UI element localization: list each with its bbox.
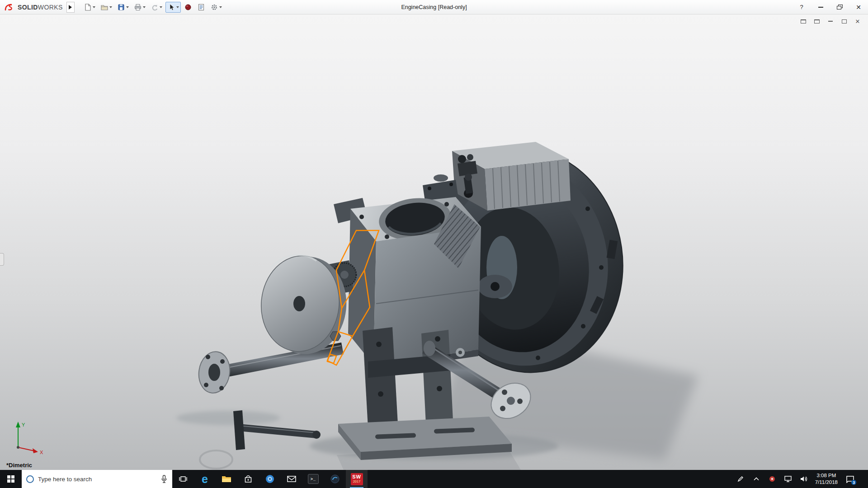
taskbar-search[interactable] xyxy=(22,470,172,488)
taskbar-app-command-prompt[interactable]: >_ xyxy=(302,470,324,488)
window-title: EngineCasing [Read-only] xyxy=(401,4,467,10)
pen-icon xyxy=(737,475,744,483)
options-gear-icon xyxy=(210,3,218,11)
tray-security-button[interactable] xyxy=(768,473,777,485)
dropdown-caret-icon[interactable] xyxy=(109,6,112,8)
tray-volume-button[interactable] xyxy=(799,473,808,485)
task-view-icon xyxy=(179,474,188,483)
left-support-rod xyxy=(196,343,344,395)
notification-badge: 3 xyxy=(851,480,856,485)
network-icon xyxy=(784,475,792,483)
solidworks-2017-icon: SW 2017 xyxy=(351,473,363,485)
file-explorer-icon xyxy=(221,474,232,483)
dark-app-icon xyxy=(330,474,340,484)
windows-taskbar: e xyxy=(0,470,868,488)
select-cursor-icon xyxy=(167,3,175,11)
microphone-icon[interactable] xyxy=(160,474,168,483)
dropdown-caret-icon[interactable] xyxy=(219,6,222,8)
x-axis-label: X xyxy=(40,450,43,455)
dropdown-caret-icon[interactable] xyxy=(143,6,146,8)
toolbar-expand-button[interactable] xyxy=(66,2,75,13)
blue-circle-app-icon xyxy=(265,474,275,484)
taskbar-app-file-explorer[interactable] xyxy=(216,470,237,488)
system-tray: 3:08 PM 7/11/2018 3 xyxy=(732,470,868,488)
taskbar-app-solidworks[interactable]: SW 2017 xyxy=(346,470,368,488)
doc-maximize-button[interactable] xyxy=(840,18,848,25)
file-properties-icon xyxy=(197,3,205,11)
print-button[interactable] xyxy=(132,2,147,13)
graphics-area[interactable]: ✕ xyxy=(0,14,868,470)
save-floppy-icon xyxy=(117,3,125,11)
window-controls: ? ✕ xyxy=(792,0,868,14)
view-orientation-label: *Dimetric xyxy=(6,462,32,469)
close-button[interactable]: ✕ xyxy=(849,0,868,14)
restore-button[interactable] xyxy=(830,0,849,14)
y-axis-arrow-icon xyxy=(16,422,20,427)
feature-manager-collapsed-tab[interactable] xyxy=(0,253,4,266)
select-button[interactable] xyxy=(165,2,181,13)
tray-network-button[interactable] xyxy=(783,473,793,485)
doc-minimize-button[interactable] xyxy=(826,18,835,25)
cortana-icon xyxy=(26,475,34,483)
expand-arrow-icon xyxy=(69,5,72,9)
options-button[interactable] xyxy=(208,2,224,13)
dropdown-caret-icon[interactable] xyxy=(176,6,179,8)
doc-window-icon xyxy=(801,19,806,23)
y-axis-label: Y xyxy=(22,422,25,427)
save-button[interactable] xyxy=(115,2,131,13)
file-properties-button[interactable] xyxy=(195,2,207,13)
tray-overflow-button[interactable] xyxy=(752,473,761,485)
standard-toolbar xyxy=(82,2,224,13)
open-button[interactable] xyxy=(99,2,114,13)
engine-casing-model-canvas[interactable] xyxy=(0,14,868,470)
clock-date: 7/11/2018 xyxy=(815,479,838,485)
render-sphere-icon xyxy=(184,3,192,11)
taskbar-app-edge[interactable]: e xyxy=(194,470,216,488)
restore-icon xyxy=(837,6,841,9)
store-bag-icon xyxy=(244,474,253,483)
brand-text: SOLIDWORKS xyxy=(18,4,63,11)
open-folder-icon xyxy=(100,3,108,11)
taskbar-app-dark[interactable] xyxy=(324,470,346,488)
minimize-icon xyxy=(818,7,823,8)
taskbar-app-circle[interactable] xyxy=(259,470,281,488)
windows-logo-icon xyxy=(7,475,15,483)
solidworks-ds-icon xyxy=(5,3,15,11)
x-axis-arrow-icon xyxy=(33,448,38,453)
windows-ink-button[interactable] xyxy=(736,473,745,485)
dropdown-caret-icon[interactable] xyxy=(126,6,129,8)
undo-button[interactable] xyxy=(149,2,164,13)
doc-maximize-icon xyxy=(842,19,847,23)
undo-icon xyxy=(151,3,159,11)
print-icon xyxy=(134,3,142,11)
solidworks-logo: SOLIDWORKS xyxy=(0,3,66,11)
taskbar-app-mail[interactable] xyxy=(281,470,302,488)
new-document-icon xyxy=(84,3,92,11)
doc-window-left-button[interactable] xyxy=(799,18,807,25)
minimize-button[interactable] xyxy=(811,0,830,14)
solidworks-window: SOLIDWORKS xyxy=(0,0,868,488)
start-button[interactable] xyxy=(0,470,22,488)
help-button[interactable]: ? xyxy=(792,0,811,14)
task-view-button[interactable] xyxy=(172,470,194,488)
clock-time: 3:08 PM xyxy=(816,473,836,478)
doc-minimize-icon xyxy=(828,21,833,22)
search-input[interactable] xyxy=(38,476,156,483)
doc-window-right-button[interactable] xyxy=(813,18,821,25)
document-window-controls: ✕ xyxy=(799,18,862,25)
terminal-icon: >_ xyxy=(308,474,319,484)
new-document-button[interactable] xyxy=(82,2,97,13)
mail-envelope-icon xyxy=(287,475,297,483)
taskbar-clock[interactable]: 3:08 PM 7/11/2018 xyxy=(815,472,838,486)
taskbar-app-store[interactable] xyxy=(237,470,259,488)
security-icon xyxy=(769,476,775,482)
orientation-triad: Y X xyxy=(8,418,49,455)
dropdown-caret-icon[interactable] xyxy=(93,6,95,8)
action-center-button[interactable]: 3 xyxy=(844,473,855,485)
volume-icon xyxy=(800,475,808,483)
dropdown-caret-icon[interactable] xyxy=(160,6,162,8)
doc-window-icon xyxy=(814,19,820,23)
render-sphere-button[interactable] xyxy=(182,2,194,13)
edge-icon: e xyxy=(202,474,208,485)
doc-close-button[interactable]: ✕ xyxy=(854,18,862,25)
